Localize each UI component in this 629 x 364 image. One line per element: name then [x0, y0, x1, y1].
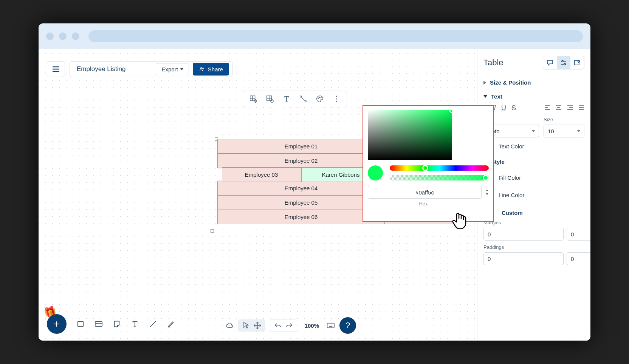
menu-button[interactable]	[47, 61, 65, 77]
edit-tab-icon[interactable]	[570, 56, 584, 69]
section-style[interactable]: Style	[483, 155, 584, 169]
more-icon[interactable]	[332, 95, 341, 103]
svg-line-18	[301, 97, 305, 101]
cloud-sync-icon[interactable]	[225, 321, 234, 330]
svg-rect-25	[78, 322, 84, 327]
comments-tab-icon[interactable]	[543, 56, 557, 69]
align-right-icon[interactable]	[567, 104, 573, 112]
export-label: Export	[161, 66, 178, 72]
svg-line-28	[150, 321, 156, 327]
redo-icon[interactable]	[285, 321, 294, 330]
paddings-label: Paddings	[483, 244, 584, 250]
align-center-icon[interactable]	[556, 104, 562, 112]
pan-icon[interactable]	[253, 321, 262, 330]
line-color-row[interactable]: Line Color	[483, 186, 584, 204]
line-tool-icon[interactable]	[149, 320, 157, 328]
window-dot	[46, 32, 54, 40]
chevron-down-icon	[483, 95, 487, 98]
caret-down-icon	[577, 130, 580, 132]
help-button[interactable]: ?	[339, 317, 356, 334]
color-field[interactable]	[368, 110, 452, 160]
padding-right-input[interactable]	[567, 252, 590, 265]
svg-point-20	[319, 97, 320, 98]
selection-handle[interactable]	[215, 225, 218, 228]
caret-down-icon	[180, 68, 183, 70]
add-button[interactable]: +	[47, 314, 67, 334]
svg-point-17	[305, 101, 307, 102]
alpha-slider[interactable]	[390, 175, 489, 180]
cell-id[interactable]: Employee 06	[218, 210, 385, 224]
rectangle-tool-icon[interactable]	[76, 320, 85, 328]
section-size-position[interactable]: Size & Position	[483, 76, 584, 89]
chevron-right-icon	[483, 81, 486, 85]
hex-mode-spinner[interactable]: ▲▼	[485, 188, 489, 196]
hamburger-icon	[52, 66, 60, 72]
size-select[interactable]: 10	[544, 125, 584, 137]
share-label: Share	[208, 66, 223, 72]
keyboard-icon[interactable]	[327, 321, 335, 330]
fill-color-row[interactable]: Fill Color	[483, 169, 584, 186]
hue-handle[interactable]	[422, 165, 428, 171]
pointer-icon[interactable]	[242, 321, 251, 330]
margins-label: Margins	[483, 220, 584, 225]
svg-point-19	[318, 98, 319, 99]
svg-point-4	[202, 68, 203, 69]
margin-top-input[interactable]	[483, 228, 564, 241]
export-button[interactable]: Export	[156, 63, 189, 75]
margins-inputs	[483, 228, 584, 241]
text-tool-icon[interactable]: T	[131, 320, 139, 328]
svg-point-16	[300, 96, 302, 97]
section-custom[interactable]: Custom	[483, 206, 584, 220]
url-bar[interactable]	[88, 30, 583, 42]
remove-table-icon[interactable]	[266, 95, 274, 103]
cell-id[interactable]: Employee 02	[218, 154, 385, 168]
undo-icon[interactable]	[273, 321, 282, 330]
svg-point-22	[336, 96, 337, 97]
padding-top-input[interactable]	[483, 252, 564, 265]
document-title[interactable]: Employee Listing	[77, 65, 156, 73]
browser-titlebar	[39, 23, 590, 49]
align-group	[544, 104, 584, 112]
hex-input[interactable]	[368, 186, 482, 199]
svg-rect-31	[327, 323, 335, 328]
card-tool-icon[interactable]	[95, 320, 103, 328]
add-table-icon[interactable]	[249, 95, 257, 103]
color-picker[interactable]: ▲▼ Hex	[363, 105, 494, 222]
pointer-mode-group	[238, 319, 265, 332]
section-text[interactable]: Text	[483, 89, 584, 103]
cell-id[interactable]: Employee 01	[218, 139, 385, 154]
text-color-row[interactable]: Text Color	[483, 137, 584, 155]
text-tool-icon[interactable]: T	[282, 95, 291, 103]
connector-icon[interactable]	[299, 95, 307, 103]
document-title-bar: Employee Listing Export Share	[70, 61, 232, 77]
selection-handle[interactable]	[211, 229, 214, 233]
window-dot	[59, 32, 67, 40]
zoom-level[interactable]: 100%	[302, 322, 322, 329]
settings-tab-icon[interactable]	[557, 56, 570, 69]
sticky-note-icon[interactable]	[113, 320, 121, 328]
cell-id[interactable]: Employee 04	[218, 181, 385, 196]
align-justify-icon[interactable]	[578, 104, 584, 112]
highlight-tool-icon[interactable]	[167, 320, 175, 328]
strikethrough-button[interactable]: S	[511, 104, 516, 112]
margin-right-input[interactable]	[567, 228, 590, 241]
panel-title: Table	[483, 58, 504, 68]
size-label: Size	[544, 117, 584, 122]
svg-point-23	[336, 98, 337, 99]
underline-button[interactable]: U	[501, 104, 506, 112]
current-color-swatch	[368, 165, 383, 180]
align-left-icon[interactable]	[544, 104, 550, 112]
context-toolbar: T	[243, 91, 347, 107]
table-row: Employee 03Karen Gibbons	[218, 168, 385, 181]
cell-id[interactable]: Employee 03	[222, 167, 301, 182]
caret-down-icon	[532, 130, 535, 132]
svg-point-40	[564, 63, 565, 65]
paddings-inputs	[483, 252, 584, 265]
hue-slider[interactable]	[390, 165, 489, 171]
svg-point-39	[562, 60, 563, 62]
palette-icon[interactable]	[316, 95, 324, 103]
svg-point-3	[200, 68, 202, 69]
alpha-handle[interactable]	[483, 175, 489, 181]
share-button[interactable]: Share	[193, 63, 229, 76]
cell-id[interactable]: Employee 05	[218, 196, 385, 210]
